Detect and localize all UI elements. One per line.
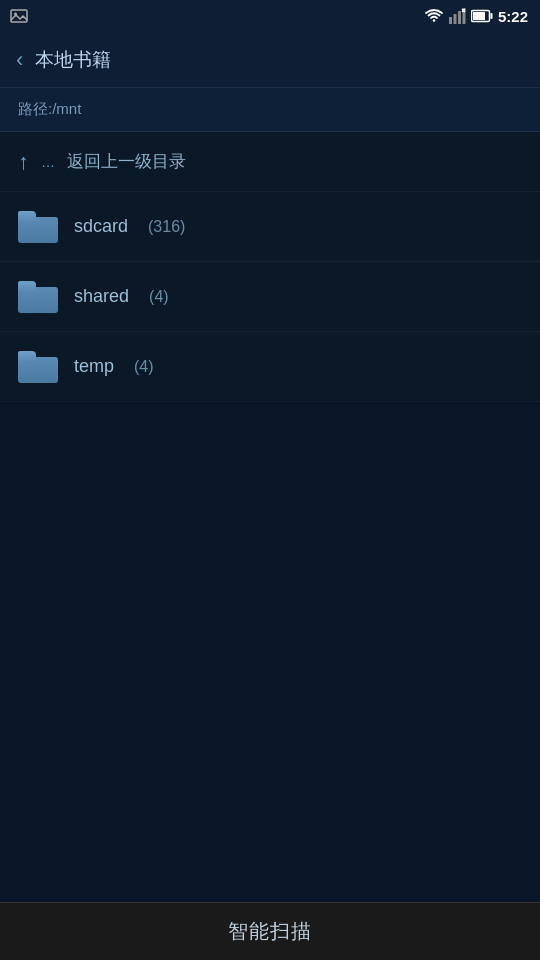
signal-icon: [448, 7, 466, 25]
svg-rect-9: [490, 13, 492, 19]
folder-item-sdcard[interactable]: sdcard (316): [0, 192, 540, 262]
svg-rect-3: [453, 14, 456, 24]
svg-rect-2: [449, 17, 452, 24]
folder-icon: [18, 351, 58, 383]
folder-name: shared: [74, 286, 129, 307]
up-arrow-icon: ↑: [18, 149, 29, 175]
page-title: 本地书籍: [35, 47, 111, 73]
nav-bar: ‹ 本地书籍: [0, 32, 540, 88]
folder-item-temp[interactable]: temp (4): [0, 332, 540, 402]
folder-name: sdcard: [74, 216, 128, 237]
folder-name: temp: [74, 356, 114, 377]
folder-icon: [18, 281, 58, 313]
folder-count: (4): [134, 358, 154, 376]
path-bar: 路径:/mnt: [0, 88, 540, 132]
file-list: ↑ … 返回上一级目录 sdcard (316) shared (4) temp…: [0, 132, 540, 402]
path-text: 路径:/mnt: [18, 100, 81, 119]
svg-rect-10: [473, 12, 485, 20]
folder-icon: [18, 211, 58, 243]
svg-rect-0: [11, 10, 27, 22]
back-nav-item[interactable]: ↑ … 返回上一级目录: [0, 132, 540, 192]
status-bar: 5:22: [0, 0, 540, 32]
svg-rect-4: [458, 11, 461, 24]
folder-count: (316): [148, 218, 185, 236]
folder-count: (4): [149, 288, 169, 306]
back-button[interactable]: ‹: [16, 47, 23, 73]
smart-scan-button[interactable]: 智能扫描: [228, 918, 312, 945]
back-nav-label: 返回上一级目录: [67, 150, 186, 173]
folder-item-shared[interactable]: shared (4): [0, 262, 540, 332]
battery-icon: [471, 9, 493, 23]
status-time: 5:22: [498, 8, 528, 25]
image-icon: [10, 7, 28, 25]
wifi-icon: [425, 7, 443, 25]
back-dots: …: [41, 154, 55, 170]
status-icons: 5:22: [425, 7, 528, 25]
bottom-bar: 智能扫描: [0, 902, 540, 960]
